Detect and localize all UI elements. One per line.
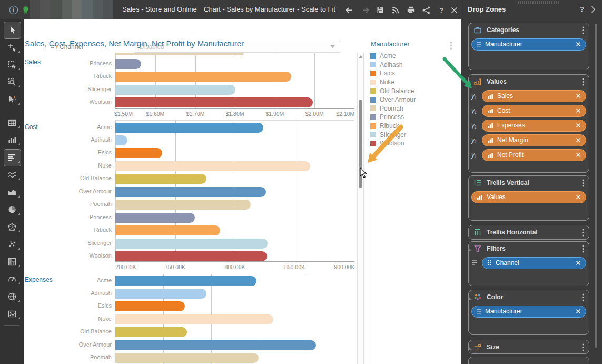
dropzone-pill-net-margin[interactable]: Net Margin	[482, 134, 586, 146]
remove-icon[interactable]	[576, 309, 581, 314]
bar-cost-ribuck[interactable]	[115, 225, 220, 235]
legend-kebab-icon[interactable]	[450, 42, 452, 52]
bar-cost-old-balance[interactable]	[115, 174, 206, 184]
close-button[interactable]	[449, 5, 459, 15]
bar-chart-tool[interactable]	[0, 149, 24, 166]
remove-icon[interactable]	[576, 108, 581, 113]
bar-sales-poomah-partial[interactable]	[115, 53, 243, 55]
column-chart-tool[interactable]	[0, 131, 24, 149]
bar-cost-nuke[interactable]	[115, 161, 310, 171]
remove-icon[interactable]	[576, 137, 581, 143]
rectangle-select-tool[interactable]	[0, 56, 24, 73]
crosshair-pointer-tool[interactable]	[0, 38, 24, 56]
save-button[interactable]	[375, 5, 386, 15]
category-label: Adihash	[53, 288, 112, 298]
legend-item-princess[interactable]: Princess	[370, 113, 459, 122]
back-button[interactable]	[343, 5, 354, 15]
bar-cost-poomah[interactable]	[115, 200, 251, 210]
kebab-menu-icon[interactable]	[582, 343, 584, 351]
help-button[interactable]: ?	[436, 5, 447, 15]
axis-tick-label: $1.90M	[265, 111, 284, 117]
forward-button[interactable]	[360, 5, 371, 15]
pill-label: Sales	[497, 92, 513, 100]
legend-item-slicenger[interactable]: Slicenger	[370, 130, 459, 139]
zoom-select-tool[interactable]	[0, 73, 24, 91]
page-title: Chart - Sales by Manufacturer - Scale to…	[204, 5, 335, 13]
kebab-menu-icon[interactable]	[582, 179, 584, 187]
bar-expenses-poomah[interactable]	[115, 353, 259, 363]
share-button[interactable]	[421, 5, 431, 15]
dropzone-pill-manufacturer[interactable]: Manufacturer	[471, 38, 586, 51]
remove-icon[interactable]	[576, 93, 581, 99]
remove-icon[interactable]	[576, 194, 581, 200]
remove-icon[interactable]	[576, 260, 581, 265]
bar-sales-ribuck[interactable]	[115, 72, 291, 82]
y-axis-prefix: y₁	[471, 151, 480, 159]
bar-expenses-nuke[interactable]	[115, 314, 273, 324]
dropzone-pill-channel[interactable]: Channel	[482, 257, 586, 269]
drop-zones-scrollbar-thumb[interactable]	[595, 24, 597, 348]
map-tool[interactable]	[0, 288, 24, 305]
bar-expenses-esics[interactable]	[115, 301, 185, 311]
table-tool[interactable]	[0, 114, 24, 131]
dropzone-pill-manufacturer[interactable]: Manufacturer	[471, 306, 586, 318]
dropzone-pill-cost[interactable]: Cost	[482, 105, 586, 117]
bar-cost-acme[interactable]	[115, 123, 263, 133]
bar-expenses-acme[interactable]	[115, 276, 256, 286]
gauge-tool[interactable]	[0, 270, 24, 288]
info-icon[interactable]	[8, 5, 19, 15]
bar-cost-esics[interactable]	[115, 148, 162, 158]
bar-cost-woolson[interactable]	[115, 251, 267, 261]
feed-button[interactable]	[390, 5, 401, 15]
dropzone-pill-values[interactable]: Values	[471, 191, 586, 203]
legend-item-nuke[interactable]: Nuke	[370, 78, 459, 87]
bar-expenses-adihash[interactable]	[115, 289, 206, 299]
print-button[interactable]	[406, 5, 416, 15]
line-chart-tool[interactable]	[0, 166, 24, 183]
image-tool[interactable]	[0, 305, 24, 322]
legend-item-over-armour[interactable]: Over Armour	[370, 95, 459, 104]
legend-item-woolson[interactable]: Woolson	[370, 139, 459, 148]
bar-sales-princess[interactable]	[115, 59, 141, 69]
dropzone-pill-net-profit[interactable]: Net Profit	[482, 149, 586, 161]
kebab-menu-icon[interactable]	[582, 26, 584, 34]
bar-sales-woolson[interactable]	[115, 97, 313, 107]
treemap-tool[interactable]	[0, 253, 24, 270]
remove-icon[interactable]	[576, 152, 581, 158]
kebab-menu-icon[interactable]	[582, 229, 584, 237]
pie-chart-tool[interactable]	[0, 201, 24, 218]
dropzone-pill-sales[interactable]: Sales	[482, 90, 586, 102]
kebab-menu-icon[interactable]	[582, 78, 584, 86]
remove-icon[interactable]	[576, 123, 581, 128]
area-chart-tool[interactable]	[0, 183, 24, 201]
bar-cost-adihash[interactable]	[115, 135, 127, 145]
legend-item-poomah[interactable]: Poomah	[370, 104, 459, 113]
bar-cost-slicenger[interactable]	[115, 239, 268, 249]
legend-item-acme[interactable]: Acme	[370, 52, 459, 61]
scatter-chart-tool[interactable]	[0, 235, 24, 253]
chart-scrollbar-up-arrow[interactable]	[359, 55, 363, 58]
pointer-tool[interactable]	[0, 21, 24, 38]
dropzone-row: y₁Cost	[469, 103, 589, 118]
remove-icon[interactable]	[576, 42, 581, 47]
legend-item-old-balance[interactable]: Old Balance	[370, 86, 459, 95]
bar-expenses-over-armour[interactable]	[115, 340, 316, 350]
bar-sales-slicenger[interactable]	[115, 85, 235, 95]
radar-chart-tool[interactable]	[0, 218, 24, 235]
bar-cost-over-armour[interactable]	[115, 187, 266, 197]
legend-item-adihash[interactable]: Adihash	[370, 61, 459, 70]
legend-item-esics[interactable]: Esics	[370, 69, 459, 78]
bar-expenses-old-balance[interactable]	[115, 327, 187, 337]
dropzone-pill-expenses[interactable]: Expenses	[482, 120, 586, 132]
axis-tick-label: $1.80M	[225, 111, 244, 117]
kebab-menu-icon[interactable]	[582, 245, 584, 253]
legend-divider	[367, 53, 367, 364]
kebab-menu-icon[interactable]	[582, 293, 584, 301]
dropzone-section-color: ColorManufacturer	[468, 290, 589, 335]
bar-cost-princess[interactable]	[115, 213, 195, 223]
bars-icon	[487, 107, 494, 114]
mark-pointer-tool[interactable]	[0, 91, 24, 108]
chart-scrollbar-track[interactable]	[357, 53, 364, 364]
chart-scrollbar-thumb[interactable]	[359, 100, 362, 188]
legend-item-ribuck[interactable]: Ribuck	[370, 122, 459, 131]
